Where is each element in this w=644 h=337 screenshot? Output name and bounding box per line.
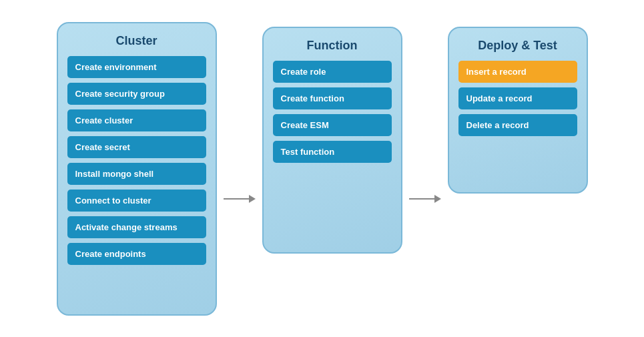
- function-item-0[interactable]: Create role: [273, 61, 392, 83]
- deploy-item-0[interactable]: Insert a record: [458, 61, 577, 83]
- arrow-1-head: [249, 195, 256, 203]
- deploy-item-1[interactable]: Update a record: [458, 87, 577, 109]
- deploy-item-2[interactable]: Delete a record: [458, 114, 577, 136]
- arrow-2-line: [409, 198, 434, 200]
- deploy-panel: Deploy & Test Insert a record Update a r…: [448, 27, 588, 194]
- arrow-2: [402, 195, 448, 203]
- function-items: Create role Create function Create ESM T…: [273, 61, 392, 163]
- cluster-item-7[interactable]: Create endpoints: [67, 243, 206, 265]
- function-title: Function: [307, 39, 358, 53]
- deploy-items: Insert a record Update a record Delete a…: [458, 61, 577, 136]
- arrow-1-shape: [224, 195, 256, 203]
- cluster-items: Create environment Create security group…: [67, 56, 206, 265]
- arrow-2-shape: [409, 195, 441, 203]
- diagram-container: Cluster Create environment Create securi…: [0, 0, 644, 337]
- cluster-item-1[interactable]: Create security group: [67, 83, 206, 105]
- cluster-panel: Cluster Create environment Create securi…: [57, 22, 217, 316]
- cluster-item-2[interactable]: Create cluster: [67, 109, 206, 131]
- function-panel: Function Create role Create function Cre…: [262, 27, 402, 254]
- cluster-item-4[interactable]: Install mongo shell: [67, 163, 206, 185]
- cluster-item-6[interactable]: Activate change streams: [67, 216, 206, 238]
- function-item-2[interactable]: Create ESM: [273, 114, 392, 136]
- arrow-1-line: [224, 198, 249, 200]
- arrow-2-head: [434, 195, 441, 203]
- arrow-1: [217, 195, 262, 203]
- cluster-title: Cluster: [115, 34, 157, 48]
- deploy-title: Deploy & Test: [478, 39, 557, 53]
- cluster-item-0[interactable]: Create environment: [67, 56, 206, 78]
- function-item-3[interactable]: Test function: [273, 141, 392, 163]
- cluster-item-3[interactable]: Create secret: [67, 136, 206, 158]
- function-item-1[interactable]: Create function: [273, 87, 392, 109]
- cluster-item-5[interactable]: Connect to cluster: [67, 190, 206, 212]
